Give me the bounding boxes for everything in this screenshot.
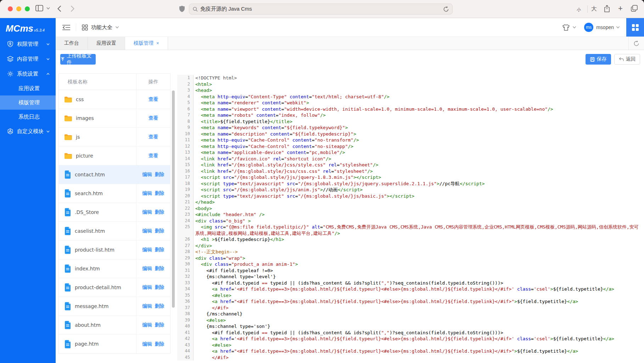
code-line[interactable]: 19 <script src="/{ms:global.style/}js/an… [177,187,642,193]
code-line[interactable]: 24<div class="o_big" > [177,218,642,224]
action-link[interactable]: 删除 [155,228,164,234]
table-row[interactable]: search.htm编辑删除 [59,184,170,203]
tab-overview-icon[interactable] [631,5,638,12]
code-line[interactable]: 15 <link href="/{ms:global.style/}css/st… [177,162,642,168]
table-row[interactable]: index.htm编辑删除 [59,259,170,278]
code-line[interactable]: 11 <meta http-equiv="Cache-Control" cont… [177,137,642,143]
zoom-window-button[interactable] [25,6,30,11]
code-line[interactable]: 34 <a href='<#if field.type==3>{ms:globa… [177,286,642,292]
table-row[interactable]: product-detail.htm编辑删除 [59,278,170,297]
code-line[interactable]: 6 <meta name="viewport" content="width=d… [177,106,642,112]
privacy-shield-icon[interactable] [179,6,185,12]
sidebar-menu-chevron-icon[interactable] [46,7,50,10]
collapse-sidebar-icon[interactable] [62,24,70,31]
minimize-window-button[interactable] [16,6,21,11]
action-link[interactable]: 查看 [149,96,158,103]
code-line[interactable]: 41 <#if field.typeid == typeid || (ids?h… [177,330,642,336]
code-line[interactable]: 43 <#else> [177,342,642,348]
code-line[interactable]: 8 <title>${field.typetitle}</title> [177,119,642,125]
code-line[interactable]: 33 <#if field.typeid == typeid || (ids?h… [177,280,642,286]
new-tab-icon[interactable]: + [618,4,623,13]
action-link[interactable]: 编辑 [142,322,152,328]
code-line[interactable]: 30 <div class="product_a anim anim-1"> [177,261,642,268]
action-link[interactable]: 删除 [155,284,164,291]
table-row[interactable]: message.htm编辑删除 [59,297,170,316]
code-editor[interactable]: 1<!DOCTYPE html>2<html>3<head>4 <meta ht… [177,75,642,363]
action-link[interactable]: 编辑 [142,247,152,253]
code-line[interactable]: 17 <script src="/{ms:global.style/}js/jq… [177,174,642,181]
back-button-page[interactable]: 返回 [614,54,640,65]
sidebar-item-custom-modules[interactable]: 自定义模块 [0,124,56,139]
sidebar-item-app-settings[interactable]: 应用设置 [0,81,56,95]
code-line[interactable]: 39 <#else> [177,317,642,324]
action-link[interactable]: 编辑 [142,341,152,347]
code-line[interactable]: 12 <meta http-equiv="Cache-Control" cont… [177,143,642,150]
code-line[interactable]: 40 {ms:channel type='son'} [177,323,642,330]
action-link[interactable]: 删除 [155,171,164,178]
code-line[interactable]: 20 <script type="text/javascript" src="/… [177,193,642,199]
chevron-down-icon[interactable] [572,26,576,29]
back-button[interactable] [57,5,61,12]
table-row[interactable]: about.htm编辑删除 [59,316,170,335]
action-link[interactable]: 编辑 [142,284,152,291]
action-link[interactable]: 删除 [155,247,164,253]
menu-all-functions[interactable]: 功能大全 [91,24,112,31]
sidebar-item-permissions[interactable]: 权限管理 [0,37,56,51]
apps-launcher-button[interactable] [626,18,644,37]
tab-workbench[interactable]: 工作台 [56,37,88,50]
action-link[interactable]: 编辑 [142,209,152,215]
code-line[interactable]: 13 <meta name="applicable-device" conten… [177,149,642,156]
code-line[interactable]: 31 <#if field.typeleaf !=0> [177,268,642,274]
reload-icon[interactable] [443,6,449,12]
save-button[interactable]: 保存 [586,54,611,65]
table-row[interactable]: js查看 [59,128,170,147]
sidebar-item-system[interactable]: 系统设置 [0,66,56,81]
table-row[interactable]: contact.htm编辑删除 [59,165,170,184]
forward-button[interactable] [71,5,74,12]
code-line[interactable]: 42 <a href='<#if field.type==3>{ms:globa… [177,336,642,342]
upload-template-button[interactable]: 上传模板文件 [60,54,96,65]
code-line[interactable]: 10 <meta name="description" content="${f… [177,131,642,137]
refresh-tab-button[interactable] [628,37,644,50]
action-link[interactable]: 查看 [149,134,158,140]
action-link[interactable]: 删除 [155,303,164,309]
code-line[interactable]: 23<#include "header.htm" /> [177,211,642,218]
action-link[interactable]: 查看 [149,153,158,159]
action-link[interactable]: 编辑 [142,303,152,309]
code-line[interactable]: 5 <meta name="renderer" content="webkit"… [177,100,642,106]
action-link[interactable]: 编辑 [142,265,152,272]
code-line[interactable]: 38 {/ms:channel} [177,311,642,317]
code-line[interactable]: 28<!--正文begin--> [177,249,642,255]
code-line[interactable]: 21</head> [177,199,642,205]
share-icon[interactable] [604,5,610,12]
table-row[interactable]: product-list.htm编辑删除 [59,241,170,259]
action-link[interactable]: 查看 [149,115,158,121]
action-link[interactable]: 删除 [155,190,164,197]
chevron-down-icon[interactable] [616,26,620,29]
address-bar[interactable]: 免疫开源的 Java Cms [189,4,453,15]
file-panel-scrollbar[interactable] [172,90,175,308]
code-line[interactable]: 4 <meta http-equiv="Content-Type" conten… [177,94,642,100]
code-line[interactable]: 18 <script type="text/javascript" src="/… [177,181,642,187]
table-row[interactable]: css查看 [59,90,170,109]
table-row[interactable]: caselist.htm编辑删除 [59,222,170,241]
action-link[interactable]: 删除 [155,341,164,347]
table-row[interactable]: .DS_Store编辑删除 [59,203,170,222]
code-line[interactable]: 27</div> [177,243,642,249]
action-link[interactable]: 编辑 [142,171,152,178]
code-line[interactable]: 22<body> [177,205,642,212]
table-row[interactable]: images查看 [59,109,170,128]
code-line[interactable]: 2<html> [177,81,642,88]
table-row[interactable]: picture查看 [59,147,170,165]
sidebar-item-content[interactable]: 内容管理 [0,51,56,66]
text-smaller-button[interactable]: 小 [577,7,581,13]
code-line[interactable]: 9 <meta name="keywords" content="${field… [177,125,642,131]
code-line[interactable]: 14 <link href="/favicon.ico" rel="shortc… [177,156,642,162]
action-link[interactable]: 编辑 [142,190,152,197]
code-line[interactable]: 1<!DOCTYPE html> [177,75,642,81]
code-line[interactable]: 29<div class="wrap"> [177,255,642,262]
username[interactable]: msopen [596,24,614,30]
text-larger-button[interactable]: 大 [591,5,597,13]
code-line[interactable]: 25 <img src="{@ms:file field.typelitpic/… [177,224,642,236]
code-line[interactable]: 45 </#if> [177,354,642,361]
